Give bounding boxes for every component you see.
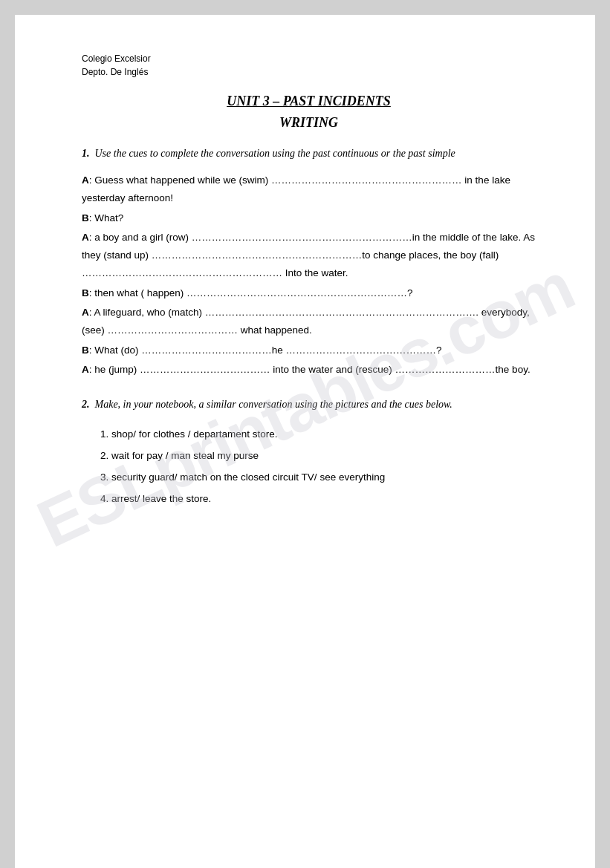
conv-line-5: A: A lifeguard, who (match) …………………………………	[82, 304, 536, 340]
conv-line-3: A: a boy and a girl (row) ………………………………………	[82, 229, 536, 283]
school-name: Colegio Excelsior	[82, 52, 536, 65]
conversation: A: Guess what happened while we (swim) ……	[82, 172, 536, 379]
exercise2-number: 2.	[82, 399, 90, 410]
cue-item-1: shop/ for clothes / departament store.	[111, 424, 536, 444]
speaker-a2: A	[82, 232, 89, 243]
cue-item-2: wait for pay / man steal my purse	[111, 446, 536, 466]
exercise1-instruction-text: Use the cues to complete the conversatio…	[95, 148, 455, 159]
section-title: WRITING	[82, 115, 536, 131]
cue-item-3: security guard/ match on the closed circ…	[111, 467, 536, 487]
conv-line-4: B: then what ( happen) ………………………………………………	[82, 284, 536, 302]
conv-line-2: B: What?	[82, 209, 536, 227]
speaker-b2: B	[82, 287, 89, 298]
conv-line-6: B: What (do) …………………………………he ………………………………	[82, 342, 536, 359]
speaker-a1: A	[82, 174, 89, 186]
exercise2-instruction-text: Make, in your notebook, a similar conver…	[95, 399, 452, 410]
exercise1-instruction: 1. Use the cues to complete the conversa…	[82, 146, 536, 161]
cue-item-4: arrest/ leave the store.	[111, 489, 536, 509]
page: ESLprintables.com Colegio Excelsior Dept…	[15, 15, 595, 868]
speaker-b1: B	[82, 212, 89, 223]
page-title: UNIT 3 – PAST INCIDENTS	[82, 94, 536, 109]
school-department: Depto. De Inglés	[82, 65, 536, 79]
exercise2-instruction: 2. Make, in your notebook, a similar con…	[82, 397, 536, 412]
speaker-b3: B	[82, 345, 89, 356]
cue-list: shop/ for clothes / departament store. w…	[111, 424, 536, 509]
exercise1-number: 1.	[82, 148, 90, 159]
conv-line-7: A: he (jump) ………………………………… into the wate…	[82, 361, 536, 379]
school-header: Colegio Excelsior Depto. De Inglés	[82, 52, 536, 79]
speaker-a4: A	[82, 364, 89, 375]
speaker-a3: A	[82, 307, 89, 318]
conv-line-1: A: Guess what happened while we (swim) ……	[82, 172, 536, 208]
